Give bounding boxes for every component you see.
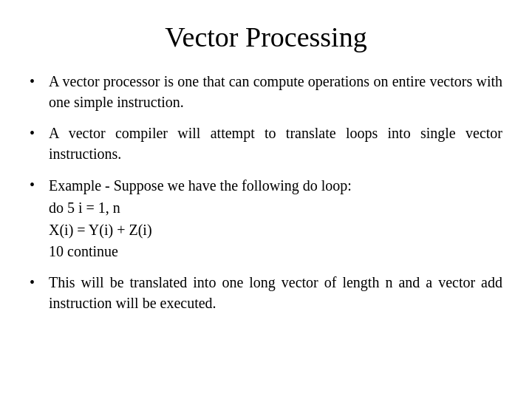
bullet-icon-1: • — [30, 71, 46, 92]
continue-line: 10 continue — [49, 241, 502, 262]
code-line-2: X(i) = Y(i) + Z(i) — [49, 219, 502, 241]
list-item-3: • Example - Suppose we have the followin… — [30, 174, 502, 262]
list-item-2: • A vector compiler will attempt to tran… — [30, 123, 502, 164]
code-line-1: do 5 i = 1, n — [49, 197, 502, 219]
bullet-text-1: A vector processor is one that can compu… — [49, 71, 502, 112]
list-item-1: • A vector processor is one that can com… — [30, 71, 502, 112]
bullet-icon-2: • — [30, 123, 46, 143]
bullet-text-3: Example - Suppose we have the following … — [49, 174, 502, 262]
bullet-text-2: A vector compiler will attempt to transl… — [49, 123, 502, 164]
page-title: Vector Processing — [165, 21, 366, 53]
bullet-icon-4: • — [30, 272, 46, 293]
list-item-4: • This will be translated into one long … — [30, 272, 502, 313]
bullet-text-4: This will be translated into one long ve… — [49, 272, 502, 313]
example-intro: Example - Suppose we have the following … — [49, 177, 352, 194]
bullet-icon-3: • — [30, 174, 46, 195]
main-content: • A vector processor is one that can com… — [30, 71, 502, 324]
bullet-list: • A vector processor is one that can com… — [30, 71, 502, 313]
code-block: do 5 i = 1, n X(i) = Y(i) + Z(i) — [49, 197, 502, 241]
